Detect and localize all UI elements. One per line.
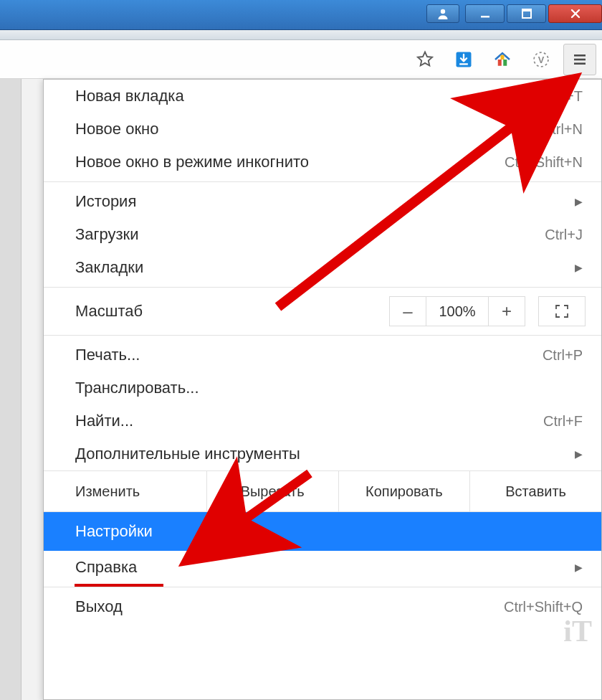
menu-item-shortcut: Ctrl+Shift+Q	[504, 599, 583, 615]
menu-item-exit[interactable]: Выход Ctrl+Shift+Q	[44, 590, 601, 623]
menu-item-shortcut: Ctrl+Shift+N	[505, 154, 583, 171]
menu-item-shortcut: Ctrl+N	[542, 121, 583, 138]
window-maximize-button[interactable]	[507, 4, 546, 23]
menu-item-new-tab[interactable]: Новая вкладка Ctrl+T	[44, 80, 601, 113]
menu-item-shortcut: Ctrl+F	[543, 413, 583, 430]
svg-rect-12	[574, 58, 586, 60]
menu-separator	[44, 335, 601, 336]
window-user-button[interactable]	[426, 4, 459, 23]
menu-edit-row: Изменить Вырезать Копировать Вставить	[44, 470, 601, 512]
menu-item-shortcut: Ctrl+J	[545, 227, 583, 243]
edit-label: Изменить	[44, 471, 207, 511]
menu-item-label: Закладки	[75, 258, 569, 277]
menu-item-history[interactable]: История ▶	[44, 185, 601, 218]
svg-rect-3	[522, 9, 531, 11]
svg-rect-1	[481, 16, 489, 18]
menu-item-downloads[interactable]: Загрузки Ctrl+J	[44, 218, 601, 251]
svg-rect-5	[459, 63, 468, 65]
browser-toolbar: V	[0, 40, 602, 79]
edit-cut-button[interactable]: Вырезать	[207, 471, 339, 511]
menu-item-label: Масштаб	[75, 302, 389, 321]
window-minimize-button[interactable]	[465, 4, 505, 23]
menu-separator	[44, 587, 601, 587]
menu-item-label: Загрузки	[75, 225, 545, 244]
svg-rect-11	[574, 55, 586, 57]
menu-separator	[44, 181, 601, 182]
extensions-gear-icon[interactable]: V	[525, 44, 558, 75]
menu-item-label: Настройки	[75, 522, 583, 541]
watermark: iT	[563, 614, 592, 648]
window-controls	[426, 0, 602, 29]
menu-item-label: Выход	[75, 597, 504, 616]
menu-item-shortcut: Ctrl+T	[543, 88, 583, 105]
menu-item-zoom: Масштаб – 100% +	[44, 290, 601, 332]
menu-item-more-tools[interactable]: Дополнительные инструменты ▶	[44, 438, 601, 470]
menu-item-label: Найти...	[75, 412, 543, 430]
menu-item-label: История	[75, 192, 569, 211]
svg-text:V: V	[538, 54, 545, 65]
menu-item-label: Новое окно	[75, 120, 542, 138]
zoom-controls: – 100% +	[389, 296, 601, 326]
submenu-arrow-icon: ▶	[575, 448, 583, 460]
fullscreen-button[interactable]	[538, 296, 586, 326]
menu-item-help[interactable]: Справка ▶	[44, 551, 601, 584]
svg-rect-6	[498, 60, 502, 66]
menu-item-incognito[interactable]: Новое окно в режиме инкогнито Ctrl+Shift…	[44, 146, 601, 179]
edit-copy-button[interactable]: Копировать	[339, 471, 471, 511]
menu-item-cast[interactable]: Транслировать...	[44, 372, 601, 405]
menu-item-label: Новое окно в режиме инкогнито	[75, 153, 505, 171]
window-titlebar	[0, 0, 602, 30]
menu-item-label: Справка	[75, 558, 569, 577]
annotation-underline	[75, 584, 163, 587]
svg-rect-8	[501, 55, 505, 59]
menu-item-print[interactable]: Печать... Ctrl+P	[44, 339, 601, 372]
star-icon[interactable]	[408, 44, 441, 75]
menu-item-find[interactable]: Найти... Ctrl+F	[44, 405, 601, 438]
zoom-value: 100%	[426, 296, 488, 326]
zoom-out-button[interactable]: –	[389, 296, 426, 326]
menu-item-label: Транслировать...	[75, 379, 583, 397]
edit-paste-button[interactable]: Вставить	[470, 471, 601, 511]
menu-item-settings[interactable]: Настройки	[44, 512, 601, 551]
home-icon[interactable]	[486, 44, 519, 75]
menu-item-label: Новая вкладка	[75, 87, 543, 105]
window-close-button[interactable]	[548, 4, 602, 23]
browser-main-menu: Новая вкладка Ctrl+T Новое окно Ctrl+N Н…	[43, 79, 602, 700]
svg-rect-7	[503, 60, 507, 66]
menu-button[interactable]	[563, 44, 596, 75]
svg-rect-13	[574, 62, 586, 65]
svg-point-0	[441, 9, 445, 14]
submenu-arrow-icon: ▶	[575, 196, 583, 207]
menu-separator	[44, 287, 601, 288]
menu-item-bookmarks[interactable]: Закладки ▶	[44, 251, 601, 284]
menu-item-new-window[interactable]: Новое окно Ctrl+N	[44, 113, 601, 146]
download-icon[interactable]	[447, 44, 480, 75]
sidebar-strip	[0, 79, 22, 700]
menu-item-label: Дополнительные инструменты	[75, 445, 569, 463]
menu-item-shortcut: Ctrl+P	[543, 347, 583, 364]
tab-strip	[0, 30, 602, 40]
submenu-arrow-icon: ▶	[575, 562, 583, 573]
menu-item-label: Печать...	[75, 346, 543, 364]
submenu-arrow-icon: ▶	[575, 262, 583, 273]
zoom-in-button[interactable]: +	[488, 296, 525, 326]
